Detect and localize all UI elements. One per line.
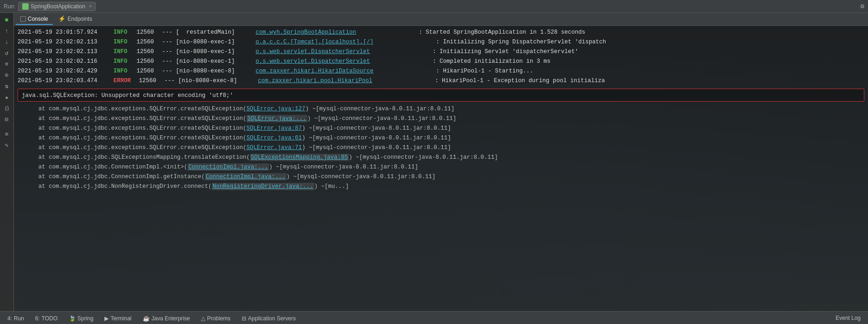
log-message: : HikariPool-1 - Exception during pool i… (376, 77, 605, 85)
format-button[interactable]: ≡ (2, 59, 12, 69)
reload-button[interactable]: ↺ (2, 48, 12, 58)
screenshot-button[interactable]: ⊙ (2, 70, 12, 80)
endpoints-icon: ⚡ (58, 15, 66, 22)
menu-button[interactable]: ≡ (2, 129, 12, 139)
log-output-area: 2021-05-19 23:01:57.924 INFO 12560 --- [… (14, 26, 868, 311)
stop-button[interactable]: ■ (2, 15, 12, 25)
console-panel: Console ⚡ Endpoints 2021-05-19 23:01:57.… (14, 13, 868, 311)
spring-leaf-icon: 🍃 (69, 315, 76, 322)
stack-trace-line: at com.mysql.cj.jdbc.NonRegisteringDrive… (14, 182, 868, 192)
bottom-right-controls: Event Log (830, 313, 866, 323)
bottom-tab-problems[interactable]: △ Problems (196, 312, 236, 324)
log-sep: --- (159, 28, 172, 37)
console-tab-bar: Console ⚡ Endpoints (14, 13, 868, 26)
stack-link[interactable]: NonRegisteringDriver.java:... (212, 183, 314, 190)
log-class[interactable]: com.wyh.SpringBootApplication (256, 28, 356, 37)
stack-link[interactable]: ConnectionImpl.java:... (188, 163, 269, 171)
bottom-tab-spring[interactable]: 🍃 Spring (63, 312, 99, 324)
bookmark-button[interactable]: ★ (2, 92, 12, 102)
stack-link[interactable]: SQLError.java:87 (246, 125, 302, 132)
main-content-area: ■ ↑ ↓ ↺ ≡ ⊙ ⇅ ★ ⎙ ⊟ ≡ ✎ Console ⚡ Endpoi… (0, 13, 868, 311)
stack-trace-line: at com.mysql.cj.jdbc.exceptions.SQLError… (14, 133, 868, 143)
log-sep: --- (159, 48, 172, 56)
app-run-tab[interactable]: SpringBootApplication × (18, 2, 96, 11)
clear-button[interactable]: ⊟ (2, 114, 12, 125)
exception-message: java.sql.SQLException: Unsupported chara… (22, 92, 233, 99)
tab-endpoints[interactable]: ⚡ Endpoints (54, 13, 97, 25)
log-timestamp: 2021-05-19 23:02:02.113 (18, 38, 110, 47)
stack-trace-line: at com.mysql.cj.jdbc.SQLExceptionsMappin… (14, 153, 868, 162)
left-sidebar: ■ ↑ ↓ ↺ ≡ ⊙ ⇅ ★ ⎙ ⊟ ≡ ✎ (0, 13, 14, 311)
stack-trace-line: at com.mysql.cj.jdbc.ConnectionImpl.getI… (14, 172, 868, 182)
log-class[interactable]: o.s.web.servlet.DispatcherServlet (256, 57, 370, 66)
endpoints-tab-label: Endpoints (67, 16, 92, 22)
pin-button[interactable]: ✎ (2, 140, 12, 150)
log-level: INFO (110, 28, 133, 37)
bottom-tab-app-servers[interactable]: ⊟ Application Servers (236, 312, 301, 324)
log-thread: [nio-8080-exec-8] (172, 67, 256, 76)
log-level: INFO (110, 48, 133, 56)
log-sep: --- (159, 67, 172, 76)
log-thread: [nio-8080-exec-1] (172, 38, 256, 47)
bottom-tab-java-enterprise[interactable]: ☕ Java Enterprise (137, 312, 196, 324)
log-class[interactable]: com.zaxxer.hikari.HikariDataSource (256, 67, 373, 76)
log-timestamp: 2021-05-19 23:02:03.474 (18, 77, 110, 85)
bottom-tab-todo[interactable]: 6: TODO (30, 312, 63, 324)
stack-trace-line: at com.mysql.cj.jdbc.exceptions.SQLError… (14, 124, 868, 133)
log-sep: --- (159, 57, 172, 66)
log-pid: 12560 (133, 67, 159, 76)
log-pid: 12560 (133, 28, 159, 37)
log-thread: [nio-8080-exec-1] (172, 48, 256, 56)
tab-console[interactable]: Console (16, 14, 53, 25)
settings-icon[interactable]: ⚙ (861, 2, 864, 10)
log-timestamp: 2021-05-19 23:02:02.113 (18, 48, 110, 56)
console-icon (20, 16, 26, 22)
sort-button[interactable]: ⇅ (2, 81, 12, 91)
log-timestamp: 2021-05-19 23:02:02.429 (18, 67, 110, 76)
stack-link[interactable]: SQLExceptionsMapping.java:85 (250, 154, 349, 161)
log-level: ERROR (110, 77, 135, 85)
stack-link[interactable]: SQLError.java:127 (246, 106, 306, 112)
topbar-right-controls: ⚙ (861, 2, 864, 10)
stack-trace-line: at com.mysql.cj.jdbc.exceptions.SQLError… (14, 114, 868, 124)
log-message: : Initializing Servlet 'dispatcherServle… (374, 48, 579, 56)
log-class[interactable]: com.zaxxer.hikari.pool.HikariPool (258, 77, 373, 85)
print-button[interactable]: ⎙ (2, 103, 12, 114)
bottom-tab-app-servers-label: Application Servers (248, 315, 296, 322)
log-sep: --- (159, 38, 172, 47)
todo-number-icon: 6: (35, 315, 40, 322)
log-thread: [nio-8080-exec-8] (175, 77, 258, 85)
bottom-tab-run[interactable]: 4: Run (2, 312, 30, 324)
bottom-tab-terminal-label: Terminal (110, 315, 131, 322)
scroll-up-button[interactable]: ↑ (2, 26, 12, 36)
bottom-tab-spring-label: Spring (78, 315, 94, 322)
run-toolbar: Run: SpringBootApplication × ⚙ (0, 0, 868, 13)
problems-icon: △ (201, 315, 205, 322)
stack-link[interactable]: SQLError.java:71 (246, 144, 302, 151)
log-class[interactable]: o.a.c.c.C.[Tomcat].[localhost].[/] (256, 38, 373, 47)
log-line: 2021-05-19 23:01:57.924 INFO 12560 --- [… (14, 28, 868, 37)
bottom-tab-todo-label: TODO (42, 315, 57, 322)
log-timestamp: 2021-05-19 23:01:57.924 (18, 28, 110, 37)
log-thread: [ restartedMain] (172, 28, 256, 37)
bottom-tab-terminal[interactable]: ▶ Terminal (99, 312, 137, 324)
log-pid: 12560 (133, 57, 159, 66)
event-log-tab[interactable]: Event Log (830, 313, 866, 323)
log-message: : Started SpringBootApplication in 1.528… (360, 28, 586, 37)
bottom-tab-run-label: Run (14, 315, 24, 322)
stack-link[interactable]: ConnectionImpl.java:... (205, 173, 287, 180)
log-line: 2021-05-19 23:02:02.113 INFO 12560 --- [… (14, 47, 868, 57)
stack-link[interactable]: SQLError.java:61 (246, 135, 302, 141)
scroll-down-button[interactable]: ↓ (2, 37, 12, 47)
log-message: : Completed initialization in 3 ms (374, 57, 551, 66)
log-sep: --- (161, 77, 175, 85)
log-class[interactable]: o.s.web.servlet.DispatcherServlet (256, 48, 370, 56)
stack-link[interactable]: SQLError.java:... (246, 115, 307, 122)
run-label: Run: (4, 3, 15, 10)
log-timestamp: 2021-05-19 23:02:02.116 (18, 57, 110, 66)
terminal-icon: ▶ (104, 315, 109, 322)
app-tab-name: SpringBootApplication (31, 3, 85, 10)
run-number-icon: 4: (7, 315, 12, 322)
close-tab-button[interactable]: × (89, 4, 92, 9)
log-level: INFO (110, 67, 133, 76)
